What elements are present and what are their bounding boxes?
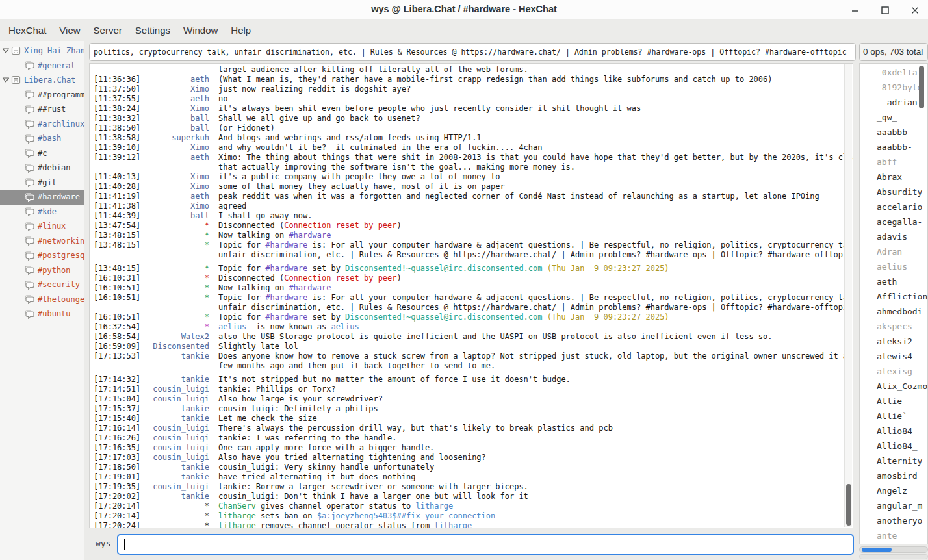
chat-message-segment: aelius_ [218, 322, 251, 331]
chat-nick: Ximo [142, 104, 209, 114]
menu-item-help[interactable]: Help [224, 22, 257, 38]
network-icon-wrap [11, 46, 21, 55]
chat-nick: Ximo [142, 201, 209, 211]
menu-item-server[interactable]: Server [87, 22, 129, 38]
title-bar[interactable]: wys @ Libera.Chat / #hardware - HexChat [0, 0, 928, 19]
menu-item-view[interactable]: View [53, 22, 86, 38]
user-list-hscrollbar[interactable] [859, 546, 928, 553]
tree-item--c[interactable]: #c [0, 146, 84, 161]
tree-item--python[interactable]: #python [0, 263, 84, 278]
chat-line: [11:38:24]Ximoit's always been shit even… [94, 104, 853, 114]
chat-message: (What I mean is, they'd rather have a mo… [209, 75, 773, 84]
chat-message: cousin_luigi: Very skinny handle unfortu… [209, 463, 434, 472]
chat-timestamp [94, 303, 142, 312]
topic-input[interactable] [89, 43, 856, 61]
user-list-hscrollbar-thumb[interactable] [862, 548, 892, 552]
chat-message: Also how large is your screwdriver? [209, 394, 383, 404]
expander[interactable] [2, 77, 11, 83]
chat-line: [17:20:24]*litharge removes channel oper… [94, 521, 853, 528]
tree-item--git[interactable]: #git [0, 175, 84, 190]
expander-icon[interactable] [2, 47, 10, 54]
tree-item--postgresql[interactable]: #postgresql [0, 248, 84, 263]
chat-nick: cousin_luigi [142, 482, 209, 492]
channel-icon-wrap [23, 119, 35, 129]
channel-icon [23, 60, 35, 70]
chat-message-segment [543, 264, 547, 273]
chat-timestamp: [16:10:51] [94, 312, 142, 322]
chat-message: that actually improving the software isn… [209, 162, 575, 172]
tree-item--rust[interactable]: ##rust [0, 102, 84, 117]
maximize-icon [880, 5, 890, 16]
chat-message: It's not stripped but no matter the amou… [209, 375, 571, 385]
chat-timestamp: [17:15:37] [94, 404, 142, 414]
chat-message-segment: target audience after killing off litera… [218, 65, 528, 74]
tree-item--hardware[interactable]: #hardware [0, 190, 84, 205]
bottom-scrollbar-track[interactable] [859, 554, 928, 559]
menu-bar: HexChatViewServerSettingsWindowHelp [0, 20, 928, 40]
chat-area[interactable]: target audience after killing off litera… [89, 63, 853, 528]
chat-timestamp: [11:40:13] [94, 172, 142, 182]
chat-timestamp: [11:41:19] [94, 192, 142, 201]
message-input[interactable] [117, 534, 854, 555]
chat-line: [17:18:50]tankiecousin_luigi: Very skinn… [94, 463, 853, 472]
chat-line: [17:16:26]cousin_luigitankie: I was refe… [94, 433, 853, 443]
chat-timestamp: [11:38:58] [94, 133, 142, 143]
menu-item-window[interactable]: Window [177, 22, 224, 38]
tree-item--ubuntu[interactable]: #ubuntu [0, 307, 84, 322]
chat-message-segment: Ximo: The thing about things that were s… [218, 153, 853, 162]
maximize-button[interactable] [880, 5, 890, 16]
tree-item--general[interactable]: #general [0, 58, 84, 73]
tree-item--programming[interactable]: ##programming [0, 88, 84, 103]
chat-timestamp [94, 162, 142, 172]
tree-item--linux[interactable]: #linux [0, 219, 84, 234]
chat-message-segment: agreed [218, 201, 246, 210]
chat-message: some of that money they actually have, m… [209, 182, 505, 192]
server-tree: Xing-Hai-Zhan#generalLibera.Chat##progra… [0, 41, 84, 560]
chat-timestamp: [17:20:14] [94, 502, 142, 511]
chat-message-segment: There's always the percussion drill way,… [218, 424, 613, 433]
tree-item--archlinux[interactable]: #archlinux [0, 117, 84, 132]
close-button[interactable] [910, 5, 920, 16]
chat-message-segment: Disconsented!~quassel@irc.disconsented.c… [345, 312, 542, 322]
user-list-scrollbar-thumb[interactable] [919, 66, 924, 108]
chat-message-segment: few months ago and then put it back toge… [218, 361, 495, 370]
tree-item--kde[interactable]: #kde [0, 205, 84, 220]
minimize-button[interactable] [850, 5, 860, 16]
chat-timestamp: [16:10:51] [94, 283, 142, 293]
tree-item--debian[interactable]: #debian [0, 160, 84, 175]
tree-item--bash[interactable]: #bash [0, 131, 84, 146]
channel-icon [23, 309, 35, 319]
chat-message-segment: it's always been shit even before people… [218, 104, 641, 113]
chat-timestamp: [16:10:31] [94, 274, 142, 283]
chat-timestamp: [11:36:36] [94, 75, 142, 84]
chat-nick: cousin_luigi [142, 443, 209, 453]
chat-message-segment: litharge [218, 511, 256, 520]
tree-item--security[interactable]: #security [0, 277, 84, 292]
chat-message-segment: ) [397, 221, 402, 230]
channel-icon [23, 265, 35, 275]
network-icon-wrap [11, 75, 21, 84]
user-list-scrollbar[interactable] [918, 64, 925, 543]
chat-line: [16:59:09]DisconsentedSlightly late lol [94, 342, 853, 351]
chat-line: [17:17:03]cousin_luigiAlso have you trie… [94, 453, 853, 463]
chat-scrollbar-thumb[interactable] [846, 484, 851, 526]
menu-item-settings[interactable]: Settings [129, 22, 177, 38]
chat-line: [11:40:28]Ximosome of that money they ac… [94, 182, 853, 192]
tree-item-xing-hai-zhan[interactable]: Xing-Hai-Zhan [0, 44, 84, 58]
chat-timestamp: [17:20:14] [94, 511, 142, 521]
tree-item--networking[interactable]: #networking [0, 234, 84, 249]
chat-message: One can apply more force with a bigger h… [209, 443, 434, 453]
chat-nick: * [142, 231, 209, 240]
tree-item-label: #postgresql [38, 251, 84, 260]
chat-message-segment: unfair discrimination, etc. | Rules & Re… [218, 303, 852, 312]
chat-message: tankie: I was referring to the handle. [209, 433, 397, 443]
tree-item--thelounge[interactable]: #thelounge [0, 292, 84, 307]
chat-message-segment: litharge [415, 502, 453, 511]
expander[interactable] [2, 47, 11, 54]
expander-icon[interactable] [2, 77, 10, 83]
tree-item-libera-chat[interactable]: Libera.Chat [0, 73, 84, 88]
menu-item-hexchat[interactable]: HexChat [2, 22, 53, 38]
chat-scrollbar[interactable] [844, 64, 852, 527]
chat-line: that actually improving the software isn… [94, 162, 853, 172]
channel-icon-wrap [23, 134, 35, 144]
